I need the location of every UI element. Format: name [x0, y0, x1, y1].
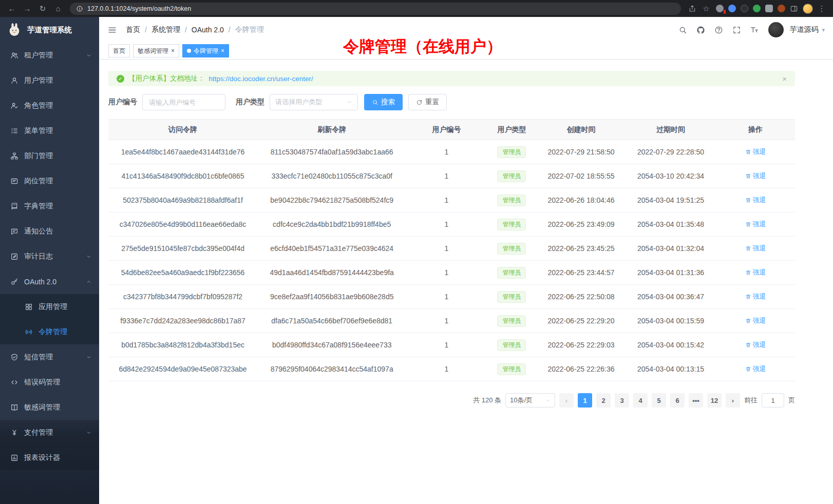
page-number-button[interactable]: 6	[670, 393, 685, 408]
extensions-puzzle-icon[interactable]	[765, 5, 773, 12]
sidebar-item[interactable]: 部门管理	[0, 143, 99, 168]
table-row: 502375b8040a469a9b82188afdf6af1f be90422…	[108, 188, 795, 212]
force-logout-button[interactable]: 强退	[745, 196, 766, 205]
menu-item-label: 角色管理	[24, 101, 92, 110]
fullscreen-icon[interactable]	[729, 23, 744, 37]
force-logout-button[interactable]: 强退	[745, 147, 766, 157]
side-panel-icon[interactable]	[790, 5, 798, 13]
force-logout-button[interactable]: 强退	[745, 171, 766, 181]
sidebar-item[interactable]: 岗位管理	[0, 168, 99, 193]
sidebar-item[interactable]: 错误码管理	[0, 370, 99, 395]
page-tab[interactable]: 敏感词管理 ×	[133, 44, 179, 57]
sidebar-item[interactable]: 报表设计器	[0, 445, 99, 470]
sidebar-item[interactable]: 应用管理	[0, 294, 99, 319]
extension-icon[interactable]	[728, 5, 736, 12]
back-icon[interactable]: ←	[5, 2, 18, 15]
home-icon[interactable]: ⌂	[51, 2, 65, 15]
sidebar-item[interactable]: OAuth 2.0	[0, 269, 99, 294]
forward-icon[interactable]: →	[21, 2, 34, 15]
breadcrumb-item[interactable]: 令牌管理	[235, 25, 264, 34]
trash-icon	[745, 269, 751, 276]
share-icon[interactable]	[688, 5, 696, 13]
sidebar-item[interactable]: 支付管理	[0, 420, 99, 445]
page-tab[interactable]: 令牌管理 ×	[182, 44, 229, 57]
search-button[interactable]: 搜索	[364, 94, 403, 110]
user-type-select[interactable]: 请选择用户类型	[270, 94, 358, 110]
sidebar-item[interactable]: 通知公告	[0, 219, 99, 244]
user-id-input[interactable]	[142, 94, 225, 110]
reload-icon[interactable]: ↻	[36, 2, 49, 15]
force-logout-button[interactable]: 强退	[745, 292, 766, 301]
page-tab[interactable]: 首页 ×	[108, 44, 130, 57]
action-cell: 强退	[716, 309, 795, 333]
pagination: 共 120 条 10条/页 ‹ 1 2 3 4	[108, 393, 795, 408]
prev-page-button[interactable]: ‹	[559, 393, 574, 408]
user-avatar[interactable]	[768, 22, 784, 37]
sidebar-item[interactable]: 敏感词管理	[0, 395, 99, 420]
user-name[interactable]: 芋道源码	[789, 25, 818, 34]
collapse-sidebar-icon[interactable]	[107, 25, 117, 35]
force-logout-button[interactable]: 强退	[745, 244, 766, 253]
extension-icon[interactable]	[778, 5, 785, 12]
site-info-icon[interactable]	[76, 5, 83, 12]
page-number-button[interactable]: 1	[578, 393, 592, 408]
create-time-cell: 2022-06-25 22:50:08	[537, 285, 625, 309]
refresh-token-cell: e6cfd40eb1f54571a31e775e039c4624	[257, 237, 406, 261]
page-number-button[interactable]: 12	[707, 393, 722, 408]
user-type-tag: 管理员	[497, 339, 526, 351]
success-check-icon: ✓	[117, 75, 124, 83]
sidebar-item[interactable]: 用户管理	[0, 68, 99, 93]
user-id-cell: 1	[406, 140, 486, 164]
action-cell: 强退	[716, 237, 795, 261]
active-dot-icon	[187, 49, 191, 53]
user-id-cell: 1	[406, 285, 486, 309]
user-menu-caret-icon[interactable]: ▾	[822, 27, 825, 33]
chevron-icon	[86, 354, 92, 360]
help-icon[interactable]	[711, 23, 726, 37]
force-logout-button[interactable]: 强退	[745, 364, 766, 374]
browser-menu-icon[interactable]: ⋮	[818, 2, 826, 15]
next-page-button[interactable]: ›	[726, 393, 740, 408]
page-number-button[interactable]: 2	[596, 393, 611, 408]
page-number-button[interactable]: 3	[615, 393, 629, 408]
alert-close-icon[interactable]: ×	[782, 74, 787, 83]
sidebar-item[interactable]: 角色管理	[0, 93, 99, 118]
page-number-button[interactable]: 4	[633, 393, 648, 408]
tab-close-icon[interactable]: ×	[221, 48, 224, 54]
sidebar-item[interactable]: 菜单管理	[0, 118, 99, 143]
breadcrumb-item[interactable]: 系统管理	[152, 25, 180, 34]
extension-icon[interactable]	[741, 5, 748, 12]
force-logout-button[interactable]: 强退	[745, 340, 766, 350]
url-bar[interactable]: 127.0.0.1:1024/system/oauth2/token	[70, 3, 681, 15]
access-token-cell: 275e5de9151045fe87cbdc395e004f4d	[108, 237, 257, 261]
sidebar-item[interactable]: 短信管理	[0, 344, 99, 370]
menu-item-label: 敏感词管理	[24, 403, 92, 412]
extension-icon[interactable]	[753, 5, 761, 12]
force-logout-button[interactable]: 强退	[745, 268, 766, 277]
page-size-select[interactable]: 10条/页	[505, 393, 555, 408]
sidebar-item[interactable]: 令牌管理	[0, 319, 99, 344]
goto-page-input[interactable]	[762, 393, 784, 408]
sidebar-item[interactable]: 字典管理	[0, 193, 99, 219]
sidebar-item[interactable]: 审计日志	[0, 244, 99, 269]
force-logout-button[interactable]: 强退	[745, 316, 766, 325]
browser-profile-avatar[interactable]	[803, 4, 813, 14]
alert-doc-link[interactable]: https://doc.iocoder.cn/user-center/	[209, 75, 313, 83]
create-time-cell: 2022-06-25 22:29:03	[537, 333, 625, 357]
page-number-button[interactable]: •••	[689, 393, 703, 408]
menu-item-icon	[10, 429, 18, 437]
search-icon[interactable]	[675, 23, 690, 37]
font-size-icon[interactable]	[747, 23, 762, 37]
tab-close-icon[interactable]: ×	[171, 48, 175, 54]
page-number-button[interactable]: 5	[652, 393, 666, 408]
user-type-cell: 管理员	[487, 357, 537, 381]
bookmark-star-icon[interactable]: ☆	[701, 2, 711, 15]
extension-icon[interactable]	[716, 5, 724, 12]
app-logo[interactable]: 芋道管理系统	[0, 17, 99, 43]
github-icon[interactable]	[693, 23, 708, 37]
breadcrumb-item[interactable]: 首页	[126, 25, 140, 34]
force-logout-button[interactable]: 强退	[745, 220, 766, 229]
reset-button[interactable]: 重置	[408, 94, 447, 110]
sidebar-item[interactable]: 租户管理	[0, 43, 99, 68]
breadcrumb-item[interactable]: OAuth 2.0	[192, 26, 224, 34]
